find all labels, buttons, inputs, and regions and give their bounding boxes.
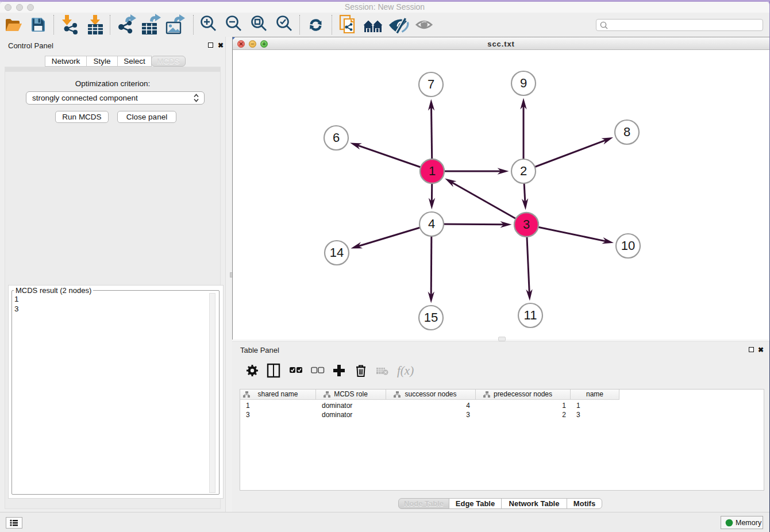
- svg-text:1: 1: [429, 164, 436, 178]
- svg-text:3: 3: [523, 217, 530, 232]
- svg-text:2: 2: [520, 164, 527, 178]
- svg-text:7: 7: [428, 77, 434, 91]
- svg-text:11: 11: [524, 308, 537, 322]
- svg-text:9: 9: [520, 76, 527, 90]
- svg-text:10: 10: [621, 238, 635, 253]
- svg-text:15: 15: [424, 310, 438, 325]
- svg-text:14: 14: [330, 245, 344, 260]
- svg-text:8: 8: [623, 125, 630, 139]
- svg-text:4: 4: [428, 217, 435, 231]
- svg-text:6: 6: [333, 130, 340, 145]
